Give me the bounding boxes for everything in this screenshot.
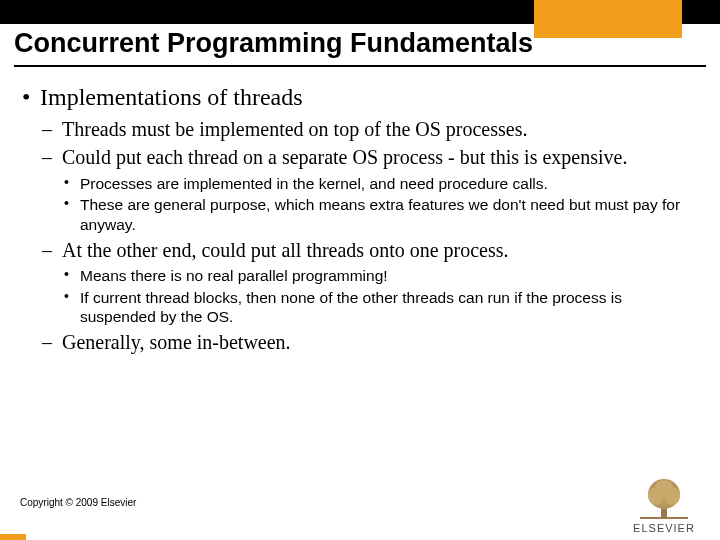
list-item: If current thread blocks, then none of t… — [62, 288, 698, 327]
bullet-text: Threads must be implemented on top of th… — [62, 118, 527, 140]
bullet-text: Processes are implemented in the kernel,… — [80, 175, 548, 192]
list-item: Threads must be implemented on top of th… — [40, 117, 698, 141]
bullet-list-lvl3: Means there is no real parallel programm… — [62, 266, 698, 326]
slide-body: Implementations of threads Threads must … — [22, 84, 698, 361]
publisher-name: ELSEVIER — [622, 522, 706, 534]
bullet-text: Means there is no real parallel programm… — [80, 267, 388, 284]
list-item: Could put each thread on a separate OS p… — [40, 145, 698, 234]
bullet-text: Generally, some in-between. — [62, 331, 291, 353]
svg-rect-5 — [640, 517, 688, 519]
bullet-list-lvl2: Threads must be implemented on top of th… — [40, 117, 698, 355]
list-item: Processes are implemented in the kernel,… — [62, 174, 698, 193]
copyright-text: Copyright © 2009 Elsevier — [20, 497, 136, 508]
list-item: These are general purpose, which means e… — [62, 195, 698, 234]
list-item: Implementations of threads Threads must … — [22, 84, 698, 355]
tree-icon — [640, 476, 688, 520]
bullet-list-lvl1: Implementations of threads Threads must … — [22, 84, 698, 355]
svg-point-4 — [655, 480, 673, 496]
slide-title: Concurrent Programming Fundamentals — [14, 28, 706, 67]
bullet-list-lvl3: Processes are implemented in the kernel,… — [62, 174, 698, 234]
publisher-logo: ELSEVIER — [622, 476, 706, 534]
bullet-text: Implementations of threads — [40, 84, 303, 110]
footer-accent — [0, 534, 26, 540]
list-item: Means there is no real parallel programm… — [62, 266, 698, 285]
list-item: At the other end, could put all threads … — [40, 238, 698, 327]
bullet-text: At the other end, could put all threads … — [62, 239, 509, 261]
slide: Concurrent Programming Fundamentals Impl… — [0, 0, 720, 540]
list-item: Generally, some in-between. — [40, 330, 698, 354]
bullet-text: These are general purpose, which means e… — [80, 196, 680, 232]
bullet-text: If current thread blocks, then none of t… — [80, 289, 622, 325]
bullet-text: Could put each thread on a separate OS p… — [62, 146, 627, 168]
